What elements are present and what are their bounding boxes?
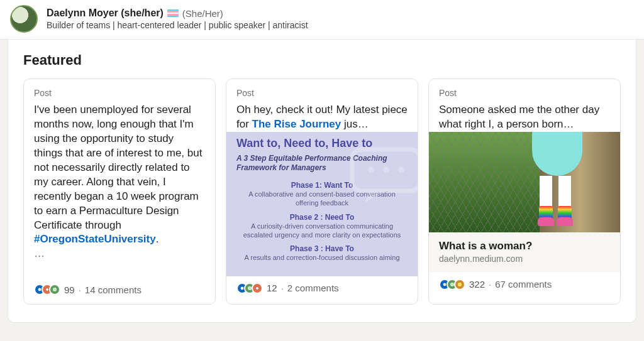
post-body: Oh hey, check it out! My latest piece fo… <box>236 103 408 132</box>
graphic-phase2-title: Phase 2 : Need To <box>236 213 408 222</box>
post-body-text: Someone asked me the other day what righ… <box>439 104 599 130</box>
graphic-phase3-title: Phase 3 : Have To <box>236 244 408 253</box>
featured-cards-row: Post I've been unemployed for several mo… <box>23 78 621 305</box>
post-type-label: Post <box>236 88 408 98</box>
profile-header: Daelynn Moyer (she/her) (She/Her) Builde… <box>0 0 644 40</box>
profile-name[interactable]: Daelynn Moyer (she/her) <box>47 8 164 19</box>
link-preview-image <box>429 132 620 232</box>
svg-point-1 <box>368 166 374 173</box>
post-body-tail: . <box>156 233 159 245</box>
svg-point-2 <box>383 166 389 173</box>
comments-link[interactable]: 2 comments <box>287 283 339 293</box>
comments-link[interactable]: 14 comments <box>85 284 142 295</box>
section-title: Featured <box>23 52 621 68</box>
post-article-graphic: Want to, Need to, Have to A 3 Step Equit… <box>226 132 418 276</box>
reaction-cluster[interactable] <box>34 284 60 295</box>
love-icon <box>252 283 263 294</box>
avatar[interactable] <box>10 5 38 33</box>
featured-section: Featured Post I've been unemployed for s… <box>8 40 636 323</box>
support-icon <box>49 284 60 295</box>
graphic-phase3-desc: A results and correction-focused discuss… <box>236 253 408 262</box>
comments-link[interactable]: 67 comments <box>495 279 552 290</box>
post-body: I've been unemployed for several months … <box>34 103 205 261</box>
insight-icon <box>454 279 465 290</box>
truncation-indicator: … <box>34 247 205 261</box>
profile-headline: Builder of teams | heart-centered leader… <box>47 20 308 30</box>
post-body-tail: jus… <box>341 118 368 130</box>
profile-pronouns: (She/Her) <box>182 8 223 19</box>
post-type-label: Post <box>34 88 205 98</box>
post-body: Someone asked me the other day what righ… <box>439 103 610 132</box>
reactions-count[interactable]: 12 <box>267 283 277 293</box>
profile-identity: Daelynn Moyer (she/her) (She/Her) Builde… <box>47 8 308 30</box>
link-preview[interactable]: What is a woman? daelynn.medium.com <box>429 232 620 273</box>
link-preview-title: What is a woman? <box>439 240 610 252</box>
trans-flag-icon <box>167 9 179 17</box>
separator-dot: · <box>489 279 491 290</box>
separator-dot: · <box>79 284 81 295</box>
post-type-label: Post <box>439 88 610 98</box>
reaction-cluster[interactable] <box>236 283 263 294</box>
inline-link[interactable]: The Rise Journey <box>252 118 341 130</box>
featured-post-card[interactable]: Post Oh hey, check it out! My latest pie… <box>226 78 418 305</box>
reactions-count[interactable]: 99 <box>64 284 75 295</box>
social-bar: 322 · 67 comments <box>429 273 620 299</box>
reaction-cluster[interactable] <box>439 279 465 290</box>
speech-bubble-icon <box>348 144 418 207</box>
reactions-count[interactable]: 322 <box>469 279 485 290</box>
svg-point-3 <box>398 166 404 173</box>
social-bar: 12 · 2 comments <box>226 276 418 303</box>
separator-dot: · <box>281 283 284 293</box>
link-preview-domain: daelynn.medium.com <box>439 254 610 264</box>
hashtag-link[interactable]: #OregonStateUniversity <box>34 233 156 245</box>
social-bar: 99 · 14 comments <box>24 278 215 304</box>
post-body-text: I've been unemployed for several months … <box>34 104 202 231</box>
graphic-phase2-desc: A curiosity-driven conversation communic… <box>236 222 408 240</box>
featured-post-card[interactable]: Post Someone asked me the other day what… <box>428 78 621 305</box>
featured-post-card[interactable]: Post I've been unemployed for several mo… <box>23 78 216 305</box>
